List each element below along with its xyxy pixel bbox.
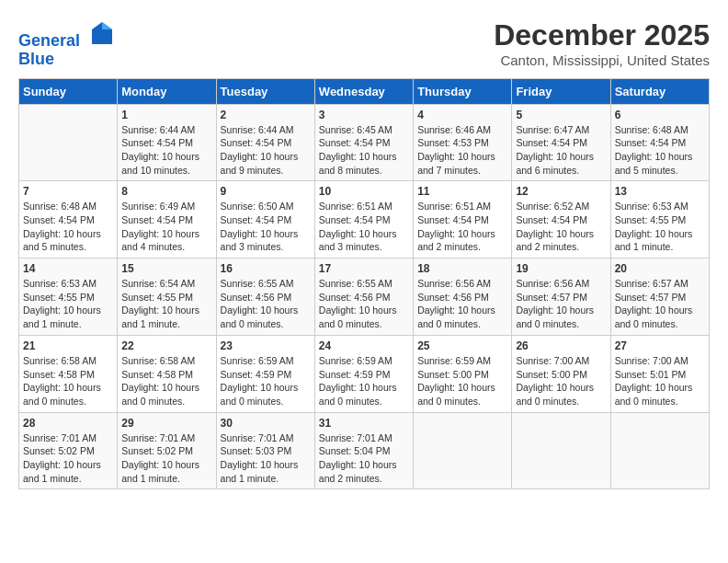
day-number: 27 xyxy=(615,339,705,352)
calendar-cell: 24Sunrise: 6:59 AM Sunset: 4:59 PM Dayli… xyxy=(314,335,413,412)
calendar-cell: 21Sunrise: 6:58 AM Sunset: 4:58 PM Dayli… xyxy=(19,335,118,412)
day-number: 8 xyxy=(121,185,211,198)
calendar-cell: 8Sunrise: 6:49 AM Sunset: 4:54 PM Daylig… xyxy=(118,181,216,259)
subtitle: Canton, Mississippi, United States xyxy=(494,52,710,68)
day-info: Sunrise: 6:53 AM Sunset: 4:55 PM Dayligh… xyxy=(615,200,705,254)
logo-blue: Blue xyxy=(18,50,54,68)
weekday-header: Monday xyxy=(118,78,216,104)
weekday-header: Saturday xyxy=(610,78,709,104)
calendar-cell: 13Sunrise: 6:53 AM Sunset: 4:55 PM Dayli… xyxy=(610,181,709,259)
day-info: Sunrise: 6:57 AM Sunset: 4:57 PM Dayligh… xyxy=(615,277,705,331)
title-block: December 2025 Canton, Mississippi, Unite… xyxy=(494,18,710,68)
calendar-week-row: 1Sunrise: 6:44 AM Sunset: 4:54 PM Daylig… xyxy=(19,104,710,181)
calendar-cell: 26Sunrise: 7:00 AM Sunset: 5:00 PM Dayli… xyxy=(512,335,610,412)
svg-marker-1 xyxy=(102,22,112,29)
day-number: 3 xyxy=(319,109,409,121)
logo-icon xyxy=(88,18,116,46)
day-number: 11 xyxy=(417,185,507,198)
calendar-cell: 5Sunrise: 6:47 AM Sunset: 4:54 PM Daylig… xyxy=(512,104,610,181)
calendar-cell: 27Sunrise: 7:00 AM Sunset: 5:01 PM Dayli… xyxy=(610,335,709,412)
day-info: Sunrise: 6:45 AM Sunset: 4:54 PM Dayligh… xyxy=(319,123,409,178)
day-info: Sunrise: 6:58 AM Sunset: 4:58 PM Dayligh… xyxy=(23,354,113,408)
day-number: 23 xyxy=(221,339,311,352)
calendar-week-row: 21Sunrise: 6:58 AM Sunset: 4:58 PM Dayli… xyxy=(19,335,710,412)
day-info: Sunrise: 6:52 AM Sunset: 4:54 PM Dayligh… xyxy=(516,200,606,254)
day-number: 7 xyxy=(23,185,113,198)
calendar-cell: 28Sunrise: 7:01 AM Sunset: 5:02 PM Dayli… xyxy=(19,412,118,489)
day-number: 21 xyxy=(23,339,113,352)
day-info: Sunrise: 6:48 AM Sunset: 4:54 PM Dayligh… xyxy=(23,200,113,254)
day-info: Sunrise: 6:44 AM Sunset: 4:54 PM Dayligh… xyxy=(221,123,311,178)
calendar-cell: 25Sunrise: 6:59 AM Sunset: 5:00 PM Dayli… xyxy=(414,335,512,412)
calendar-cell: 6Sunrise: 6:48 AM Sunset: 4:54 PM Daylig… xyxy=(610,104,709,181)
day-info: Sunrise: 6:59 AM Sunset: 4:59 PM Dayligh… xyxy=(221,354,311,408)
weekday-header: Wednesday xyxy=(314,78,413,104)
day-info: Sunrise: 6:51 AM Sunset: 4:54 PM Dayligh… xyxy=(319,200,409,254)
day-number: 14 xyxy=(23,262,113,275)
day-info: Sunrise: 6:51 AM Sunset: 4:54 PM Dayligh… xyxy=(417,200,507,254)
calendar-cell: 23Sunrise: 6:59 AM Sunset: 4:59 PM Dayli… xyxy=(216,335,314,412)
calendar-cell: 14Sunrise: 6:53 AM Sunset: 4:55 PM Dayli… xyxy=(19,259,118,336)
calendar-cell: 30Sunrise: 7:01 AM Sunset: 5:03 PM Dayli… xyxy=(216,412,314,489)
calendar-cell: 20Sunrise: 6:57 AM Sunset: 4:57 PM Dayli… xyxy=(610,259,709,336)
calendar-cell: 1Sunrise: 6:44 AM Sunset: 4:54 PM Daylig… xyxy=(118,104,216,181)
calendar-cell: 12Sunrise: 6:52 AM Sunset: 4:54 PM Dayli… xyxy=(512,181,610,259)
calendar-table: SundayMondayTuesdayWednesdayThursdayFrid… xyxy=(18,78,710,490)
calendar-week-row: 28Sunrise: 7:01 AM Sunset: 5:02 PM Dayli… xyxy=(19,412,710,489)
calendar-cell xyxy=(19,104,118,181)
day-number: 28 xyxy=(23,417,113,430)
day-number: 20 xyxy=(615,262,705,275)
logo-general: General xyxy=(18,31,80,50)
weekday-header-row: SundayMondayTuesdayWednesdayThursdayFrid… xyxy=(19,78,710,104)
calendar-cell: 3Sunrise: 6:45 AM Sunset: 4:54 PM Daylig… xyxy=(314,104,413,181)
day-number: 22 xyxy=(121,339,211,352)
calendar-cell: 4Sunrise: 6:46 AM Sunset: 4:53 PM Daylig… xyxy=(414,104,512,181)
day-number: 4 xyxy=(417,109,507,121)
day-number: 29 xyxy=(121,417,211,430)
day-info: Sunrise: 6:50 AM Sunset: 4:54 PM Dayligh… xyxy=(221,200,311,254)
page-header: General Blue December 2025 Canton, Missi… xyxy=(18,18,710,69)
calendar-cell: 31Sunrise: 7:01 AM Sunset: 5:04 PM Dayli… xyxy=(314,412,413,489)
day-number: 30 xyxy=(221,417,311,430)
logo: General Blue xyxy=(18,18,119,69)
day-number: 16 xyxy=(221,262,311,275)
day-number: 2 xyxy=(221,109,311,121)
day-info: Sunrise: 6:59 AM Sunset: 4:59 PM Dayligh… xyxy=(319,354,409,408)
calendar-cell: 10Sunrise: 6:51 AM Sunset: 4:54 PM Dayli… xyxy=(314,181,413,259)
day-number: 5 xyxy=(516,109,606,121)
main-title: December 2025 xyxy=(494,18,710,52)
day-number: 9 xyxy=(221,185,311,198)
calendar-cell xyxy=(512,412,610,489)
day-info: Sunrise: 6:56 AM Sunset: 4:57 PM Dayligh… xyxy=(516,277,606,331)
logo-text: General Blue xyxy=(18,18,119,69)
calendar-cell: 22Sunrise: 6:58 AM Sunset: 4:58 PM Dayli… xyxy=(118,335,216,412)
day-info: Sunrise: 7:01 AM Sunset: 5:02 PM Dayligh… xyxy=(121,431,211,486)
day-number: 12 xyxy=(516,185,606,198)
day-info: Sunrise: 6:49 AM Sunset: 4:54 PM Dayligh… xyxy=(121,200,211,254)
day-number: 15 xyxy=(121,262,211,275)
day-info: Sunrise: 7:01 AM Sunset: 5:03 PM Dayligh… xyxy=(221,431,311,486)
weekday-header: Tuesday xyxy=(216,78,314,104)
day-number: 18 xyxy=(417,262,507,275)
day-info: Sunrise: 6:47 AM Sunset: 4:54 PM Dayligh… xyxy=(516,123,606,178)
weekday-header: Thursday xyxy=(414,78,512,104)
day-info: Sunrise: 6:56 AM Sunset: 4:56 PM Dayligh… xyxy=(417,277,507,331)
day-info: Sunrise: 6:58 AM Sunset: 4:58 PM Dayligh… xyxy=(121,354,211,408)
calendar-cell: 29Sunrise: 7:01 AM Sunset: 5:02 PM Dayli… xyxy=(118,412,216,489)
day-number: 19 xyxy=(516,262,606,275)
day-info: Sunrise: 7:01 AM Sunset: 5:02 PM Dayligh… xyxy=(23,431,113,486)
day-info: Sunrise: 6:44 AM Sunset: 4:54 PM Dayligh… xyxy=(121,123,211,178)
calendar-week-row: 14Sunrise: 6:53 AM Sunset: 4:55 PM Dayli… xyxy=(19,259,710,336)
calendar-cell: 17Sunrise: 6:55 AM Sunset: 4:56 PM Dayli… xyxy=(314,259,413,336)
day-number: 24 xyxy=(319,339,409,352)
day-number: 17 xyxy=(319,262,409,275)
day-number: 10 xyxy=(319,185,409,198)
day-number: 31 xyxy=(319,417,409,430)
day-info: Sunrise: 6:46 AM Sunset: 4:53 PM Dayligh… xyxy=(417,123,507,178)
calendar-cell: 15Sunrise: 6:54 AM Sunset: 4:55 PM Dayli… xyxy=(118,259,216,336)
day-number: 6 xyxy=(615,109,705,121)
calendar-cell: 18Sunrise: 6:56 AM Sunset: 4:56 PM Dayli… xyxy=(414,259,512,336)
calendar-cell: 16Sunrise: 6:55 AM Sunset: 4:56 PM Dayli… xyxy=(216,259,314,336)
weekday-header: Friday xyxy=(512,78,610,104)
day-info: Sunrise: 7:00 AM Sunset: 5:00 PM Dayligh… xyxy=(516,354,606,408)
